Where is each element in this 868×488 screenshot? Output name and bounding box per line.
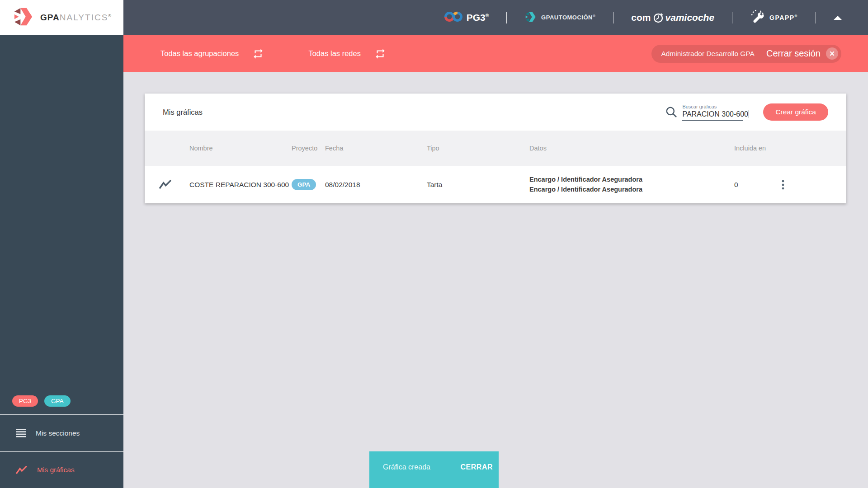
filter-groupings-label: Todas las agrupaciones — [160, 49, 239, 58]
row-project: GPA — [292, 179, 325, 190]
gpapp-label: GPAPP® — [769, 14, 798, 21]
header-divider — [732, 12, 732, 23]
search-input[interactable]: Buscar gráficas PARACION 300-600 — [682, 104, 743, 121]
column-header-datos: Datos — [529, 145, 730, 152]
filter-bar: Todas las agrupaciones Todas las redes A… — [123, 35, 868, 72]
close-session-icon — [826, 47, 838, 60]
brand-gpapp[interactable]: GPAPP® — [750, 9, 798, 26]
text-caret — [749, 110, 750, 118]
filter-networks-label: Todas las redes — [308, 49, 361, 58]
create-chart-button[interactable]: Crear gráfica — [763, 103, 828, 121]
snackbar-message: Gráfica creada — [383, 463, 430, 471]
user-session-pill: Administrador Desarrollo GPA Cerrar sesi… — [651, 45, 842, 63]
badge-pg3[interactable]: PG3 — [12, 395, 38, 407]
snackbar: Gráfica creada CERRAR — [369, 451, 499, 488]
gpautomocion-arrow-icon — [524, 11, 537, 24]
page-title: Mis gráficas — [163, 108, 203, 117]
repeat-icon — [252, 48, 264, 60]
logged-user-label: Administrador Desarrollo GPA — [661, 50, 755, 58]
search-input-label: Buscar gráficas — [682, 104, 743, 109]
gpanalytics-logo-icon — [12, 7, 35, 28]
column-header-incluida-en: Incluida en — [730, 145, 774, 152]
filter-networks[interactable]: Todas las redes — [308, 48, 386, 60]
main-content: Mis gráficas Buscar gráficas PARACION 30… — [123, 72, 868, 488]
sidebar-item-mis-secciones[interactable]: Mis secciones — [0, 415, 123, 451]
table-row[interactable]: COSTE REPARACION 300-600 GPA 08/02/2018 … — [145, 166, 846, 203]
project-badge: GPA — [292, 179, 316, 190]
header-divider — [506, 12, 507, 23]
column-header-fecha: Fecha — [325, 145, 427, 152]
brand-compravamicoche[interactable]: com vamicoche — [631, 12, 714, 23]
line-chart-icon — [16, 465, 27, 475]
pg3-label: PG3® — [467, 12, 489, 23]
sidebar-bottom: PG3 GPA Mis secciones Mis gráficas — [0, 395, 123, 488]
header-divider — [613, 12, 613, 23]
table-header: Nombre Proyecto Fecha Tipo Datos Incluid… — [145, 131, 846, 166]
row-menu — [774, 178, 846, 192]
search-input-value: PARACION 300-600 — [682, 110, 743, 121]
header-brand-switcher: PG3® GPAUTOMOCIÓN® com — [123, 0, 868, 35]
collapse-arrow-icon[interactable] — [834, 16, 842, 20]
row-date: 08/02/2018 — [325, 181, 427, 189]
sidebar-item-mis-graficas[interactable]: Mis gráficas — [0, 452, 123, 488]
row-included-in: 0 — [730, 181, 774, 189]
menu-list-icon — [16, 429, 26, 437]
brand-pg3[interactable]: PG3® — [444, 11, 489, 24]
logout-button[interactable]: Cerrar sesión — [766, 47, 838, 60]
brand-gpautomocion[interactable]: GPAUTOMOCIÓN® — [524, 11, 595, 24]
top-header: GPANALYTICS® PG3® — [0, 0, 868, 35]
badge-gpa[interactable]: GPA — [44, 395, 71, 407]
sidebar-item-label: Mis secciones — [36, 429, 80, 437]
sidebar: PG3 GPA Mis secciones Mis gráficas — [0, 35, 123, 488]
snackbar-close-button[interactable]: CERRAR — [461, 463, 493, 471]
gpanalytics-logo-text: GPANALYTICS® — [40, 13, 112, 23]
repeat-icon — [374, 48, 386, 60]
sidebar-badges: PG3 GPA — [0, 395, 123, 414]
wrench-icon — [750, 9, 765, 26]
logout-label: Cerrar sesión — [766, 48, 821, 59]
search-icon[interactable] — [665, 106, 678, 118]
row-type: Tarta — [427, 181, 529, 189]
header-divider — [816, 12, 816, 23]
row-data-line: Encargo / Identificador Aseguradora — [529, 175, 730, 184]
gpautomocion-label: GPAUTOMOCIÓN® — [541, 14, 595, 21]
row-name: COSTE REPARACION 300-600 — [189, 181, 292, 189]
column-header-tipo: Tipo — [427, 145, 529, 152]
row-data: Encargo / Identificador Aseguradora Enca… — [529, 175, 730, 194]
column-header-nombre: Nombre — [189, 145, 292, 152]
clock-icon — [653, 12, 664, 23]
row-menu-button[interactable] — [780, 178, 786, 192]
sidebar-item-label: Mis gráficas — [37, 466, 75, 474]
filter-groupings[interactable]: Todas las agrupaciones — [160, 48, 264, 60]
gpanalytics-logo[interactable]: GPANALYTICS® — [0, 0, 123, 35]
row-data-line: Encargo / Identificador Aseguradora — [529, 185, 730, 194]
charts-card: Mis gráficas Buscar gráficas PARACION 30… — [145, 94, 846, 203]
pg3-infinity-icon — [444, 11, 462, 24]
row-chart-type-icon — [145, 179, 189, 190]
compravamicoche-label: com vamicoche — [631, 12, 714, 23]
card-header: Mis gráficas Buscar gráficas PARACION 30… — [145, 94, 846, 131]
snackbar-inner: Gráfica creada CERRAR — [369, 463, 499, 471]
column-header-proyecto: Proyecto — [292, 145, 325, 152]
